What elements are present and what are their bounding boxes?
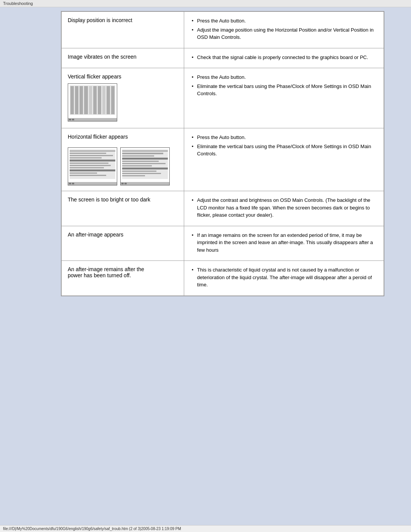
h-lines: [70, 149, 115, 179]
h-lines: [122, 149, 168, 179]
problem-cell: Horizontal flicker appears: [62, 128, 184, 191]
table-row: Horizontal flicker appears: [62, 128, 384, 191]
h-line: [122, 168, 168, 169]
monitor-screen: [70, 149, 115, 179]
h-line: [122, 163, 166, 164]
h-line: [122, 153, 163, 154]
h-line: [70, 155, 113, 156]
table-row: Display position is incorrect Press the …: [62, 12, 384, 48]
problem-cell: The screen is too bright or too dark: [62, 191, 184, 226]
solution-list: Check that the signal cable is properly …: [190, 54, 378, 61]
tab-label: Troubleshooting: [3, 1, 33, 6]
status-dot: [72, 119, 74, 120]
status-dot: [69, 119, 71, 120]
problem-text: Image vibrates on the screen: [68, 54, 137, 60]
monitor-status-bar: [68, 182, 117, 185]
status-dot: [69, 183, 71, 184]
solution-item: If an image remains on the screen for an…: [190, 232, 378, 254]
h-line: [122, 150, 168, 152]
horizontal-flicker-illustration-1: [68, 147, 117, 185]
troubleshooting-table-container: Display position is incorrect Press the …: [61, 11, 384, 296]
v-bar: [107, 86, 110, 114]
horizontal-flicker-illustration-2: [120, 147, 170, 185]
status-dot: [72, 183, 74, 184]
v-bar: [98, 86, 101, 114]
footer-bar: file:///D|/My%20Documents/dfu/190G6/engl…: [0, 525, 411, 532]
solution-cell: Adjust the contrast and brightness on OS…: [184, 191, 384, 226]
table-row: Vertical flicker appears: [62, 68, 384, 128]
solution-list: Adjust the contrast and brightness on OS…: [190, 197, 378, 219]
solution-item: Eliminate the vertical bars using the Ph…: [190, 143, 378, 158]
h-line: [70, 173, 97, 174]
h-line: [70, 150, 115, 152]
solution-item: Adjust the image position using the Hori…: [190, 26, 378, 41]
vertical-flicker-illustration: [68, 83, 117, 121]
solution-cell: This is characteristic of liquid crystal…: [184, 261, 384, 296]
solution-item: Press the Auto button.: [190, 134, 378, 141]
h-line: [122, 165, 152, 166]
problem-text: Horizontal flicker appears: [68, 134, 178, 140]
problem-cell: Image vibrates on the screen: [62, 48, 184, 68]
h-line: [122, 161, 159, 162]
solution-item: Press the Auto button.: [190, 73, 378, 81]
h-line: [122, 175, 145, 176]
solution-item: Check that the signal cable is properly …: [190, 54, 378, 61]
solution-cell: If an image remains on the screen for an…: [184, 226, 384, 261]
table-row: The screen is too bright or too dark Adj…: [62, 191, 384, 226]
table-row: An after-image remains after thepower ha…: [62, 261, 384, 296]
problem-cell: An after-image appears: [62, 226, 184, 261]
h-line: [122, 155, 154, 157]
monitor-screen: [122, 149, 168, 179]
table-row: An after-image appears If an image remai…: [62, 226, 384, 261]
h-line: [70, 169, 115, 171]
h-line: [70, 153, 106, 154]
solution-list: Press the Auto button. Adjust the image …: [190, 17, 378, 41]
status-dot: [124, 183, 127, 184]
v-bar: [75, 86, 78, 114]
problem-text: Vertical flicker appears: [68, 73, 178, 80]
browser-tab-bar: Troubleshooting: [0, 0, 411, 7]
v-bar: [102, 86, 105, 114]
solution-item: Eliminate the vertical bars using the Ph…: [190, 83, 378, 97]
h-line: [70, 167, 104, 168]
status-dot: [121, 183, 124, 184]
table-row: Image vibrates on the screen Check that …: [62, 48, 384, 68]
h-line: [70, 175, 106, 176]
v-bar: [89, 86, 92, 114]
h-line: [122, 158, 168, 160]
h-line: [122, 171, 156, 172]
v-bar: [93, 86, 97, 114]
monitor-status-bar: [121, 182, 169, 185]
troubleshooting-table: Display position is incorrect Press the …: [61, 11, 384, 296]
v-bar: [70, 86, 74, 114]
solution-cell: Press the Auto button. Adjust the image …: [184, 12, 384, 48]
problem-text: Display position is incorrect: [68, 17, 132, 23]
solution-cell: Press the Auto button. Eliminate the ver…: [184, 128, 384, 191]
problem-text: An after-image remains after thepower ha…: [68, 266, 144, 278]
h-line: [70, 157, 102, 158]
page-wrapper: Display position is incorrect Press the …: [0, 7, 411, 529]
footer-url: file:///D|/My%20Documents/dfu/190G6/engl…: [3, 527, 181, 531]
h-line: [70, 160, 115, 161]
h-line: [122, 173, 161, 174]
problem-cell: An after-image remains after thepower ha…: [62, 261, 184, 296]
v-bar: [111, 86, 115, 114]
solution-cell: Check that the signal cable is properly …: [184, 48, 384, 68]
solution-cell: Press the Auto button. Eliminate the ver…: [184, 68, 384, 128]
solution-list: Press the Auto button. Eliminate the ver…: [190, 73, 378, 97]
problem-cell: Display position is incorrect: [62, 12, 184, 48]
v-bars: [70, 85, 115, 115]
solution-list: This is characteristic of liquid crystal…: [190, 266, 378, 289]
problem-text: The screen is too bright or too dark: [68, 197, 150, 203]
monitor-status-bar: [68, 118, 117, 121]
v-bar: [80, 86, 83, 114]
solution-item: Press the Auto button.: [190, 17, 378, 25]
monitor-screen: [70, 85, 115, 115]
solution-list: If an image remains on the screen for an…: [190, 232, 378, 254]
solution-item: Adjust the contrast and brightness on OS…: [190, 197, 378, 219]
problem-cell: Vertical flicker appears: [62, 68, 184, 128]
solution-list: Press the Auto button. Eliminate the ver…: [190, 134, 378, 158]
h-line: [70, 163, 108, 164]
solution-item: This is characteristic of liquid crystal…: [190, 266, 378, 289]
h-line: [70, 165, 111, 166]
